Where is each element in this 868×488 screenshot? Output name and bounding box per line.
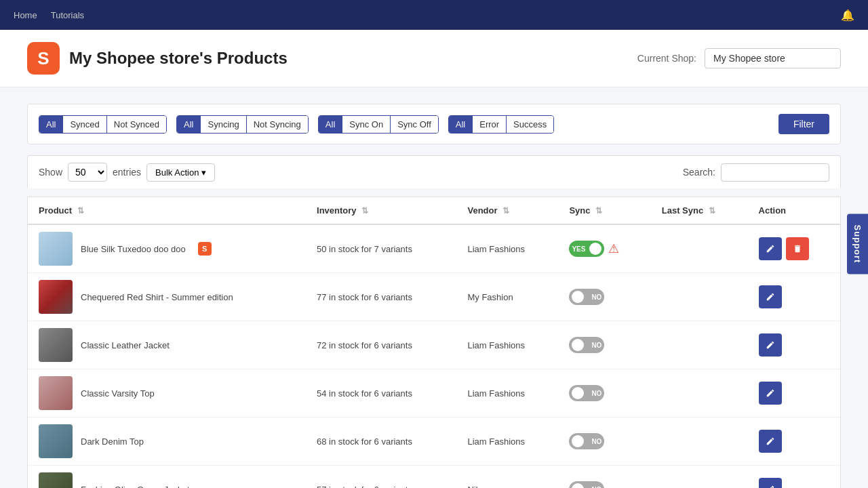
- sync-cell-0: YES⚠: [558, 224, 650, 273]
- last-sync-cell-3: [651, 369, 748, 418]
- sync-cell-4: NO: [558, 418, 650, 466]
- edit-button-5[interactable]: [759, 478, 782, 488]
- syncing-status-filter-group: All Syncing Not Syncing: [176, 115, 309, 134]
- filter-syncing[interactable]: Syncing: [201, 116, 246, 133]
- filter-all-sync-onoff[interactable]: All: [319, 116, 342, 133]
- support-tab-button[interactable]: Support: [847, 214, 868, 274]
- sync-cell-5: NO: [558, 466, 650, 489]
- filter-bar: All Synced Not Synced All Syncing Not Sy…: [27, 104, 841, 144]
- product-cell-1: Chequered Red Shirt - Summer edition: [28, 273, 306, 321]
- table-row: Classic Leather Jacket72 in stock for 6 …: [28, 321, 840, 369]
- col-action: Action: [748, 197, 840, 224]
- product-thumbnail-4: [39, 424, 73, 458]
- search-label: Search:: [683, 167, 715, 178]
- inventory-cell-2: 72 in stock for 6 variants: [306, 321, 456, 369]
- vendor-cell-0: Liam Fashions: [456, 224, 558, 273]
- table-row: Blue Silk Tuxedoo doo dooS50 in stock fo…: [28, 224, 840, 273]
- top-navigation: Home Tutorials 🔔: [0, 0, 868, 30]
- table-row: Dark Denim Top68 in stock for 6 variants…: [28, 418, 840, 466]
- filter-all-error[interactable]: All: [449, 116, 473, 133]
- nav-links: Home Tutorials: [14, 10, 84, 20]
- inventory-cell-4: 68 in stock for 6 variants: [306, 418, 456, 466]
- last-sync-cell-5: [651, 466, 748, 489]
- product-thumbnail-5: [39, 472, 73, 488]
- product-name-0: Blue Silk Tuxedoo doo doo: [81, 244, 186, 254]
- action-cell-5: [748, 466, 840, 489]
- bulk-action-chevron-icon: ▾: [201, 167, 206, 178]
- inventory-sort-icon[interactable]: ⇅: [361, 206, 368, 216]
- col-product: Product ⇅: [28, 197, 306, 224]
- action-cell-4: [748, 418, 840, 466]
- header-right: Current Shop:: [637, 48, 841, 68]
- sync-status-filter-group: All Synced Not Synced: [39, 115, 167, 134]
- filter-success[interactable]: Success: [507, 116, 553, 133]
- col-vendor: Vendor ⇅: [456, 197, 558, 224]
- delete-button-0[interactable]: [786, 237, 809, 260]
- col-sync: Sync ⇅: [558, 197, 650, 224]
- nav-tutorials[interactable]: Tutorials: [51, 10, 84, 20]
- edit-button-0[interactable]: [759, 237, 782, 260]
- last-sync-cell-4: [651, 418, 748, 466]
- filter-all-syncing[interactable]: All: [177, 116, 201, 133]
- show-label: Show: [39, 167, 62, 178]
- product-cell-3: Classic Varsity Top: [28, 369, 306, 418]
- edit-button-3[interactable]: [759, 382, 782, 405]
- filter-sync-off[interactable]: Sync Off: [391, 116, 438, 133]
- sync-cell-2: NO: [558, 321, 650, 369]
- product-thumbnail-3: [39, 376, 73, 410]
- action-cell-1: [748, 273, 840, 321]
- table-row: Classic Varsity Top54 in stock for 6 var…: [28, 369, 840, 418]
- filter-not-syncing[interactable]: Not Syncing: [247, 116, 308, 133]
- table-row: Fashion Olive Green Jacket57 in stock fo…: [28, 466, 840, 489]
- product-cell-4: Dark Denim Top: [28, 418, 306, 466]
- table-row: Chequered Red Shirt - Summer edition77 i…: [28, 273, 840, 321]
- edit-button-4[interactable]: [759, 430, 782, 453]
- nav-home[interactable]: Home: [14, 10, 37, 20]
- header-left: S My Shopee store's Products: [27, 42, 288, 75]
- edit-button-2[interactable]: [759, 333, 782, 357]
- sync-toggle-2[interactable]: NO: [569, 337, 604, 353]
- notification-bell-icon[interactable]: 🔔: [841, 9, 854, 22]
- vendor-cell-3: Liam Fashions: [456, 369, 558, 418]
- product-name-1: Chequered Red Shirt - Summer edition: [81, 292, 233, 302]
- inventory-cell-0: 50 in stock for 7 variants: [306, 224, 456, 273]
- last-sync-cell-0: [651, 224, 748, 273]
- table-controls: Show 50 25 100 entries Bulk Action ▾ Sea…: [27, 155, 841, 188]
- products-table-container: Product ⇅ Inventory ⇅ Vendor ⇅ Sync ⇅: [27, 197, 841, 488]
- product-name-4: Dark Denim Top: [81, 436, 144, 447]
- filter-apply-button[interactable]: Filter: [778, 114, 829, 134]
- sync-toggle-4[interactable]: NO: [569, 433, 604, 449]
- inventory-cell-5: 57 in stock for 6 variants: [306, 466, 456, 489]
- entries-per-page-select[interactable]: 50 25 100: [68, 163, 107, 182]
- edit-button-1[interactable]: [759, 285, 782, 308]
- product-cell-0: Blue Silk Tuxedoo doo dooS: [28, 224, 306, 273]
- filter-not-synced[interactable]: Not Synced: [107, 116, 166, 133]
- bulk-action-button[interactable]: Bulk Action ▾: [146, 163, 215, 182]
- sync-toggle-5[interactable]: NO: [569, 481, 604, 488]
- vendor-cell-5: Nike: [456, 466, 558, 489]
- sync-cell-1: NO: [558, 273, 650, 321]
- product-name-3: Classic Varsity Top: [81, 388, 155, 399]
- filter-synced[interactable]: Synced: [63, 116, 106, 133]
- main-content: All Synced Not Synced All Syncing Not Sy…: [0, 87, 868, 488]
- page-title: My Shopee store's Products: [69, 49, 288, 68]
- inventory-cell-1: 77 in stock for 6 variants: [306, 273, 456, 321]
- sync-toggle-0[interactable]: YES: [569, 241, 604, 257]
- vendor-sort-icon[interactable]: ⇅: [502, 206, 509, 216]
- filter-sync-on[interactable]: Sync On: [342, 116, 391, 133]
- filter-error[interactable]: Error: [473, 116, 507, 133]
- sync-toggle-3[interactable]: NO: [569, 385, 604, 401]
- sync-toggle-1[interactable]: NO: [569, 289, 604, 305]
- product-sort-icon[interactable]: ⇅: [77, 206, 84, 216]
- table-header-row: Product ⇅ Inventory ⇅ Vendor ⇅ Sync ⇅: [28, 197, 840, 224]
- col-inventory: Inventory ⇅: [306, 197, 456, 224]
- sync-onoff-filter-group: All Sync On Sync Off: [318, 115, 439, 134]
- last-sync-cell-2: [651, 321, 748, 369]
- filter-all-sync-status[interactable]: All: [39, 116, 63, 133]
- search-input[interactable]: [721, 163, 829, 182]
- product-cell-5: Fashion Olive Green Jacket: [28, 466, 306, 489]
- last-sync-sort-icon[interactable]: ⇅: [709, 206, 715, 216]
- action-cell-0: [748, 224, 840, 273]
- sync-sort-icon[interactable]: ⇅: [595, 206, 602, 216]
- shop-selector[interactable]: [705, 48, 841, 68]
